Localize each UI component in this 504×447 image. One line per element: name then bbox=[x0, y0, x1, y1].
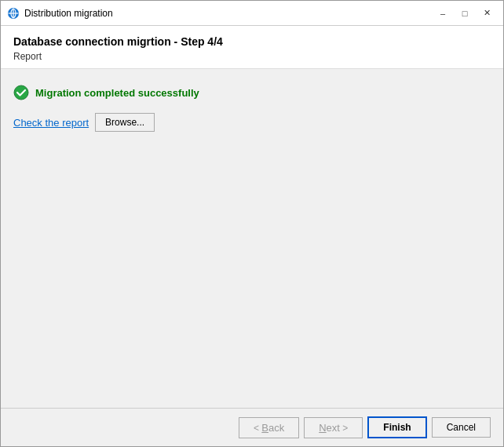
maximize-button[interactable]: □ bbox=[455, 5, 475, 21]
main-content: Migration completed successfully Check t… bbox=[1, 69, 503, 408]
cancel-button[interactable]: Cancel bbox=[432, 417, 491, 438]
window-controls: – □ ✕ bbox=[433, 5, 497, 21]
minimize-button[interactable]: – bbox=[433, 5, 453, 21]
app-icon bbox=[7, 7, 20, 20]
next-button[interactable]: Next > bbox=[304, 417, 363, 438]
success-message: Migration completed successfully bbox=[35, 87, 199, 99]
back-label-underline: Back bbox=[261, 422, 284, 434]
success-row: Migration completed successfully bbox=[13, 85, 491, 100]
browse-button[interactable]: Browse... bbox=[95, 113, 155, 132]
footer: < Back Next > Finish Cancel bbox=[1, 408, 503, 446]
header-section: Database connection migrtion - Step 4/4 … bbox=[1, 26, 503, 69]
close-button[interactable]: ✕ bbox=[477, 5, 497, 21]
back-button[interactable]: < Back bbox=[239, 417, 299, 438]
svg-point-4 bbox=[14, 85, 28, 100]
success-icon bbox=[13, 85, 29, 100]
check-report-link[interactable]: Check the report bbox=[13, 117, 89, 129]
finish-button[interactable]: Finish bbox=[367, 416, 426, 438]
title-bar: Distribution migration – □ ✕ bbox=[1, 1, 503, 26]
window-title: Distribution migration bbox=[24, 8, 433, 19]
step-subtitle: Report bbox=[13, 51, 491, 62]
action-row: Check the report Browse... bbox=[13, 113, 491, 132]
next-label-underline: Next bbox=[319, 422, 340, 434]
step-title: Database connection migrtion - Step 4/4 bbox=[13, 35, 491, 48]
main-window: Distribution migration – □ ✕ Database co… bbox=[0, 0, 504, 447]
